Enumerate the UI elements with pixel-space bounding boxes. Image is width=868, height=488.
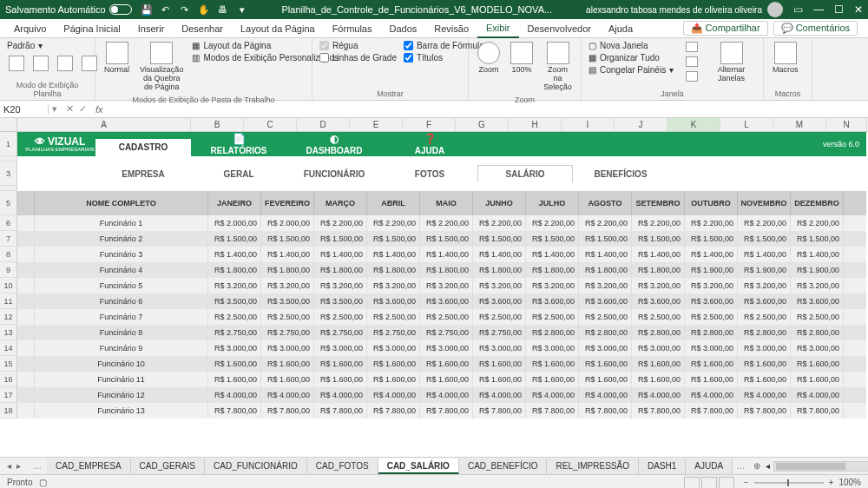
cell-value[interactable]: R$ 7.800,00	[261, 403, 314, 419]
cell-value[interactable]: R$ 2.200,00	[420, 215, 473, 231]
cell-value[interactable]: R$ 2.200,00	[579, 215, 632, 231]
cell-value[interactable]: R$ 3.000,00	[685, 340, 738, 356]
horizontal-scrollbar[interactable]	[773, 461, 868, 472]
cell-value[interactable]: R$ 3.200,00	[208, 278, 261, 293]
cell-value[interactable]: R$ 4.000,00	[367, 387, 420, 403]
cell-value[interactable]: R$ 1.400,00	[420, 247, 473, 262]
row-header[interactable]: 9	[0, 262, 17, 278]
banner-nav-dashboard[interactable]: ◐DASHBOARD	[286, 133, 382, 155]
cell-name[interactable]: Funcinário 1	[35, 215, 208, 231]
cell-value[interactable]: R$ 1.600,00	[473, 372, 526, 387]
cell-value[interactable]: R$ 1.600,00	[579, 356, 632, 372]
print-icon[interactable]: 🖶	[217, 3, 229, 16]
zoom-level[interactable]: 100%	[838, 478, 861, 487]
banner-nav-cadastro[interactable]: CADASTRO	[95, 139, 191, 156]
cell-value[interactable]: R$ 4.000,00	[632, 387, 685, 403]
cell-value[interactable]: R$ 1.600,00	[685, 356, 738, 372]
cell-value[interactable]: R$ 1.900,00	[791, 262, 844, 278]
cell-value[interactable]: R$ 2.750,00	[314, 325, 367, 340]
namebox-dropdown-icon[interactable]: ▾	[49, 103, 61, 115]
cell-value[interactable]: R$ 1.800,00	[632, 262, 685, 278]
cell-value[interactable]: R$ 3.600,00	[738, 293, 791, 309]
cell-value[interactable]: R$ 1.400,00	[791, 247, 844, 262]
exit-icon[interactable]	[30, 54, 52, 73]
column-header-J[interactable]: J	[615, 118, 667, 131]
column-header-E[interactable]: E	[350, 118, 403, 131]
cell-value[interactable]: R$ 7.800,00	[632, 403, 685, 419]
cell-value[interactable]: R$ 4.000,00	[685, 387, 738, 403]
cell-value[interactable]: R$ 2.500,00	[738, 309, 791, 325]
cell-value[interactable]: R$ 1.600,00	[261, 356, 314, 372]
cell-value[interactable]: R$ 3.200,00	[685, 278, 738, 293]
cell-value[interactable]: R$ 2.500,00	[473, 309, 526, 325]
cell-value[interactable]: R$ 1.500,00	[208, 231, 261, 247]
cell-value[interactable]: R$ 7.800,00	[526, 403, 579, 419]
cell-value[interactable]: R$ 7.800,00	[791, 403, 844, 419]
cell-value[interactable]: R$ 2.500,00	[208, 309, 261, 325]
cell-value[interactable]: R$ 1.800,00	[208, 262, 261, 278]
cell-value[interactable]: R$ 1.600,00	[526, 372, 579, 387]
cell-value[interactable]: R$ 1.500,00	[367, 231, 420, 247]
cell-value[interactable]: R$ 2.800,00	[632, 325, 685, 340]
cell-value[interactable]: R$ 2.200,00	[314, 215, 367, 231]
cell-value[interactable]: R$ 7.800,00	[420, 403, 473, 419]
cell-value[interactable]: R$ 3.000,00	[261, 340, 314, 356]
row-header[interactable]: 6	[0, 215, 17, 231]
cell-value[interactable]: R$ 3.500,00	[261, 293, 314, 309]
cell-value[interactable]: R$ 1.400,00	[367, 247, 420, 262]
column-header-K[interactable]: K	[667, 118, 720, 131]
cell-value[interactable]: R$ 1.600,00	[791, 372, 844, 387]
switch-windows-button[interactable]: Alternar Janelas	[705, 40, 758, 85]
macro-record-icon[interactable]: ▢	[39, 478, 47, 487]
cell-value[interactable]: R$ 3.000,00	[208, 340, 261, 356]
column-header-F[interactable]: F	[403, 118, 456, 131]
row-header[interactable]: 14	[0, 340, 17, 356]
sheet-tab-rel_impressão[interactable]: REL_IMPRESSÃO	[547, 458, 638, 474]
cell-value[interactable]: R$ 3.600,00	[791, 293, 844, 309]
enter-formula-icon[interactable]: ✓	[79, 103, 87, 115]
zoom-out-icon[interactable]: −	[744, 478, 749, 487]
row-header[interactable]: 15	[0, 356, 17, 372]
cell-value[interactable]: R$ 2.200,00	[632, 215, 685, 231]
minimize-icon[interactable]: —	[813, 3, 824, 16]
cell-value[interactable]: R$ 3.200,00	[791, 278, 844, 293]
cell-value[interactable]: R$ 3.200,00	[632, 278, 685, 293]
row-header[interactable]: 16	[0, 372, 17, 387]
cell-value[interactable]: R$ 2.500,00	[367, 309, 420, 325]
cell-value[interactable]: R$ 2.800,00	[526, 325, 579, 340]
cell-value[interactable]: R$ 7.800,00	[738, 403, 791, 419]
cell-value[interactable]: R$ 1.500,00	[314, 231, 367, 247]
split-icon[interactable]	[682, 40, 701, 54]
maximize-icon[interactable]: ☐	[834, 3, 844, 16]
cell-value[interactable]: R$ 2.500,00	[314, 309, 367, 325]
cell-value[interactable]: R$ 2.500,00	[632, 309, 685, 325]
cell-value[interactable]: R$ 3.000,00	[314, 340, 367, 356]
cell-value[interactable]: R$ 1.500,00	[526, 231, 579, 247]
new-window-button[interactable]: ▢ Nova Janela	[587, 40, 675, 51]
cell-value[interactable]: R$ 1.500,00	[473, 231, 526, 247]
cell-value[interactable]: R$ 1.400,00	[632, 247, 685, 262]
ribbon-tab-arquivo[interactable]: Arquivo	[5, 19, 55, 38]
keep-icon[interactable]	[5, 54, 28, 73]
redo-icon[interactable]: ↷	[179, 3, 191, 16]
cell-value[interactable]: R$ 2.750,00	[208, 325, 261, 340]
cell-value[interactable]: R$ 3.600,00	[526, 293, 579, 309]
cell-value[interactable]: R$ 4.000,00	[791, 387, 844, 403]
cell-value[interactable]: R$ 1.800,00	[473, 262, 526, 278]
row-header[interactable]: 11	[0, 293, 17, 309]
column-header-G[interactable]: G	[456, 118, 509, 131]
banner-nav-relatórios[interactable]: 📄RELATÓRIOS	[191, 133, 286, 155]
cell-value[interactable]: R$ 1.600,00	[791, 356, 844, 372]
zoom-button[interactable]: Zoom	[474, 40, 503, 76]
touch-icon[interactable]: ✋	[198, 3, 210, 16]
cell-value[interactable]: R$ 1.600,00	[632, 372, 685, 387]
sheet-nav-next-icon[interactable]: ▸	[16, 461, 21, 471]
zoom-in-icon[interactable]: +	[829, 478, 834, 487]
cell-value[interactable]: R$ 1.900,00	[685, 262, 738, 278]
cell-name[interactable]: Funcinário 2	[35, 231, 208, 247]
subnav-fotos[interactable]: FOTOS	[382, 169, 477, 179]
name-box[interactable]: K20	[0, 104, 49, 115]
cell-value[interactable]: R$ 2.800,00	[685, 325, 738, 340]
select-all-corner[interactable]	[0, 118, 17, 131]
cell-value[interactable]: R$ 3.000,00	[738, 340, 791, 356]
